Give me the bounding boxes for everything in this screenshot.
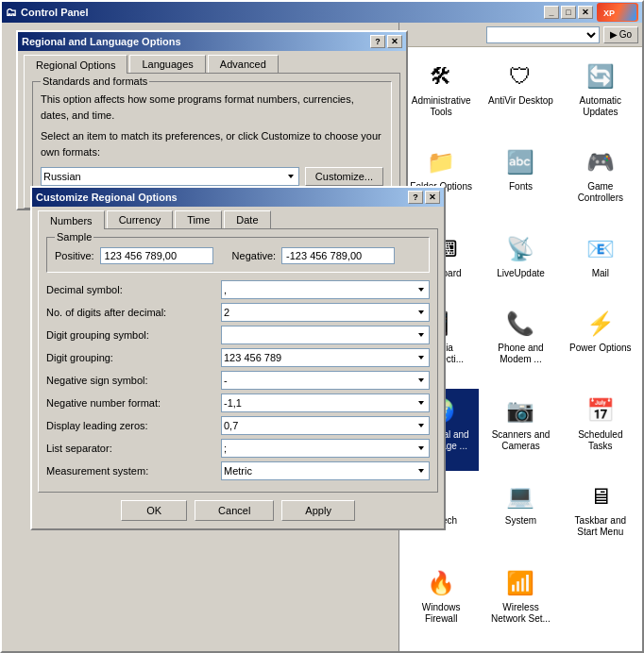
negative-sample: Negative: -123 456 789,00 — [232, 247, 395, 264]
standards-group-text: This option affects how some programs fo… — [41, 92, 383, 159]
form-combo[interactable]: Metric — [221, 461, 430, 480]
cp-icon-label: Scanners and Cameras — [487, 429, 553, 452]
regional-tab-regional-options[interactable]: Regional Options — [24, 55, 127, 74]
cp-icon-item[interactable]: 🔄 Automatic Updates — [563, 55, 638, 137]
cp-icon-image: 🔤 — [503, 145, 537, 179]
titlebar-title-group: 🗂 Control Panel — [6, 6, 89, 19]
regional-title: Regional and Language Options — [22, 36, 181, 47]
form-row: Negative sign symbol: - — [46, 371, 430, 390]
control-panel-window: 🗂 Control Panel _ □ ✕ — [0, 0, 644, 653]
cp-icon: 🗂 — [6, 6, 17, 19]
form-combo[interactable]: , — [221, 280, 430, 299]
customize-button[interactable]: Customize... — [305, 167, 383, 186]
form-row: Measurement system: Metric — [46, 461, 430, 480]
form-row: Display leading zeros: 0,7 — [46, 416, 430, 435]
cp-icon-item[interactable]: 📅 Scheduled Tasks — [563, 389, 638, 471]
form-combo[interactable]: 2 — [221, 303, 430, 322]
cp-icon-label: Automatic Updates — [568, 95, 634, 118]
customize-dialog: Customize Regional Options ? ✕ NumbersCu… — [30, 186, 446, 530]
form-label: Digit grouping symbol: — [46, 329, 221, 341]
cp-icon-item[interactable]: 🔥 Windows Firewall — [403, 561, 479, 644]
regional-close-button[interactable]: ✕ — [387, 35, 402, 48]
standards-group: Standards and formats This option affect… — [32, 81, 392, 193]
sample-group: Sample Positive: 123 456 789,00 Negative… — [46, 237, 430, 273]
maximize-button[interactable]: □ — [561, 6, 576, 19]
regional-tabs-row: Regional OptionsLanguagesAdvanced — [18, 51, 406, 73]
close-button[interactable]: ✕ — [578, 6, 593, 19]
cp-icon-item[interactable]: 📡 LiveUpdate — [483, 227, 558, 298]
regional-help-button[interactable]: ? — [370, 35, 385, 48]
cp-icon-image: 🛠 — [424, 59, 458, 93]
cp-icon-item[interactable]: 🛠 Administrative Tools — [403, 55, 479, 137]
go-label: Go — [619, 29, 632, 40]
form-combo[interactable]: - — [221, 371, 430, 390]
customize-tab-date[interactable]: Date — [224, 210, 270, 228]
cp-icon-image: 📅 — [584, 393, 618, 427]
cp-icon-image: 🔥 — [424, 566, 458, 600]
cp-icon-label: Fonts — [509, 181, 533, 193]
form-combo[interactable]: 0,7 — [221, 416, 430, 435]
cp-icon-label: Windows Firewall — [408, 602, 474, 625]
form-label: Measurement system: — [46, 465, 221, 477]
cp-icon-label: Taskbar and Start Menu — [568, 515, 634, 538]
cp-icon-label: Wireless Network Set... — [487, 602, 553, 625]
customize-title: Customize Regional Options — [36, 192, 178, 203]
form-label: Negative sign symbol: — [46, 375, 221, 386]
form-label: List separator: — [46, 443, 221, 454]
cp-icon-item[interactable]: 📧 Mail — [563, 227, 638, 298]
cp-icon-item[interactable]: 🛡 AntiVir Desktop — [483, 55, 558, 137]
sample-row: Positive: 123 456 789,00 Negative: -123 … — [55, 247, 421, 264]
go-button[interactable]: ▶ Go — [603, 26, 638, 43]
cp-icon-item[interactable]: 📶 Wireless Network Set... — [483, 561, 558, 644]
customize-title-group: Customize Regional Options — [36, 192, 178, 203]
cp-icon-item[interactable]: 📞 Phone and Modem ... — [483, 302, 558, 384]
form-label: Negative number format: — [46, 397, 221, 409]
customize-tab-content: Sample Positive: 123 456 789,00 Negative… — [38, 228, 438, 493]
cp-icon-image: 💻 — [503, 479, 537, 513]
cp-icon-item[interactable]: 💻 System — [483, 475, 558, 557]
regional-title-group: Regional and Language Options — [22, 36, 181, 47]
form-label: Display leading zeros: — [46, 420, 221, 431]
customize-tab-numbers[interactable]: Numbers — [38, 210, 105, 229]
cp-icon-item[interactable]: 📷 Scanners and Cameras — [483, 389, 558, 471]
ok-button[interactable]: OK — [121, 500, 187, 521]
customize-close-button[interactable]: ✕ — [425, 191, 440, 204]
locale-select-row: Russian Customize... — [41, 167, 383, 186]
cp-icon-image: 🔄 — [584, 59, 618, 93]
regional-dialog: Regional and Language Options ? ✕ Region… — [16, 30, 408, 210]
cp-icon-label: Game Controllers — [568, 181, 634, 204]
positive-label: Positive: — [55, 250, 94, 261]
minimize-button[interactable]: _ — [544, 6, 559, 19]
positive-value: 123 456 789,00 — [100, 247, 213, 264]
form-row: No. of digits after decimal: 2 — [46, 303, 430, 322]
cp-icon-label: Mail — [592, 268, 609, 279]
cancel-button[interactable]: Cancel — [195, 500, 274, 521]
cp-icon-image: 📶 — [503, 566, 537, 600]
customize-dialog-titlebar: Customize Regional Options ? ✕ — [32, 188, 444, 207]
form-combo[interactable] — [221, 326, 430, 344]
cp-icon-image: 🛡 — [503, 59, 537, 93]
cp-icon-item[interactable]: 🖥 Taskbar and Start Menu — [563, 475, 638, 557]
customize-help-button[interactable]: ? — [408, 191, 423, 204]
standards-group-label: Standards and formats — [41, 75, 149, 87]
cp-right-toolbar: ▶ Go — [399, 23, 642, 47]
form-combo[interactable]: ; — [221, 439, 430, 458]
cp-icon-item[interactable]: ⚡ Power Options — [563, 302, 638, 384]
customize-tab-currency[interactable]: Currency — [107, 210, 174, 228]
cp-icon-item[interactable]: 🎮 Game Controllers — [563, 141, 638, 223]
cp-search-combo[interactable] — [486, 26, 600, 43]
form-row: Digit grouping symbol: — [46, 326, 430, 344]
customize-tab-time[interactable]: Time — [175, 210, 222, 228]
apply-button[interactable]: Apply — [281, 500, 355, 521]
cp-icon-item[interactable]: 🔤 Fonts — [483, 141, 558, 223]
svg-text:XP: XP — [603, 8, 615, 18]
cp-icon-label: AntiVir Desktop — [488, 95, 553, 107]
sample-group-label: Sample — [55, 231, 93, 243]
form-combo[interactable]: 123 456 789 — [221, 348, 430, 367]
regional-tab-languages[interactable]: Languages — [129, 55, 205, 73]
locale-select[interactable]: Russian — [41, 167, 299, 186]
regional-tab-advanced[interactable]: Advanced — [208, 55, 279, 73]
negative-value: -123 456 789,00 — [281, 247, 395, 264]
go-arrow-icon: ▶ — [610, 29, 618, 40]
form-combo[interactable]: -1,1 — [221, 393, 430, 412]
